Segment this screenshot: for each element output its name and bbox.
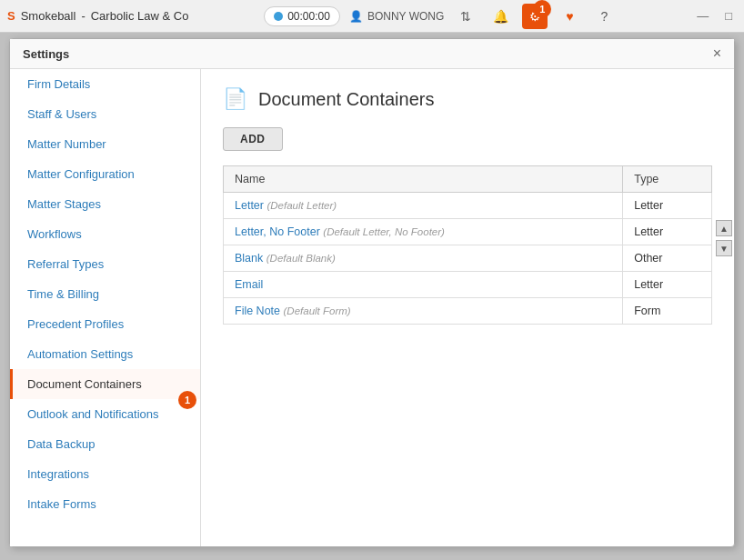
sidebar-item-matter-stages[interactable]: Matter Stages [10,189,200,219]
row-name-link[interactable]: Blank [235,252,263,265]
scroll-down-btn[interactable]: ▼ [716,240,732,256]
settings-dialog: Settings × Firm Details Staff & Users Ma… [9,38,735,547]
dialog-title: Settings [23,47,69,61]
sidebar-item-precedent-profiles[interactable]: Precedent Profiles [10,309,200,339]
row-name-cell: File Note (Default Form) [224,298,623,325]
help-icon-btn[interactable]: ? [591,4,617,29]
sidebar-item-workflows[interactable]: Workflows [10,219,200,249]
table-row: Email Letter [224,272,712,298]
sidebar-item-time-billing[interactable]: Time & Billing [10,279,200,309]
row-name-cell: Email [224,272,623,298]
dialog-body: Firm Details Staff & Users Matter Number… [10,69,734,546]
table-row: Letter, No Footer (Default Letter, No Fo… [224,219,712,245]
timer-label: 00:00:00 [287,10,330,23]
sidebar-item-outlook-notifications[interactable]: Outlook and Notifications [10,399,200,429]
bell-icon-btn[interactable]: 🔔 [488,4,513,29]
page-header: 📄 Document Containers [223,87,712,111]
table-header: Name Type [224,166,712,193]
row-name-cell: Letter, No Footer (Default Letter, No Fo… [224,219,623,245]
titlebar-left: S Smokeball - Carbolic Law & Co [7,9,188,23]
col-name: Name [224,166,623,193]
sidebar-item-automation-settings[interactable]: Automation Settings [10,339,200,369]
user-label: BONNY WONG [367,10,444,23]
sidebar-item-staff-users[interactable]: Staff & Users [10,99,200,129]
gear-badge: 1 [533,0,551,18]
row-name-link[interactable]: Email [235,278,263,291]
timer-badge[interactable]: 00:00:00 [264,6,340,26]
badge-number: 1 [178,391,196,409]
titlebar: S Smokeball - Carbolic Law & Co 00:00:00… [0,0,744,33]
app-title: Smokeball [21,9,76,23]
settings-label: Settings [23,47,69,61]
scroll-up-btn[interactable]: ▲ [716,220,732,236]
row-type-cell: Other [623,245,712,272]
table-row: Blank (Default Blank) Other [224,245,712,272]
settings-sidebar: Firm Details Staff & Users Matter Number… [10,69,201,546]
sidebar-item-referral-types[interactable]: Referral Types [10,249,200,279]
row-name-cell: Blank (Default Blank) [224,245,623,272]
gear-icon-btn[interactable]: ⚙ 1 [522,4,548,29]
row-name-link[interactable]: Letter [235,199,264,212]
sidebar-item-matter-config[interactable]: Matter Configuration [10,159,200,189]
row-default-label: (Default Blank) [266,253,336,264]
firm-name: Carbolic Law & Co [91,9,189,23]
sidebar-item-matter-number[interactable]: Matter Number [10,129,200,159]
row-type-cell: Form [623,298,712,325]
row-default-label: (Default Form) [284,305,351,316]
person-icon: 👤 [349,10,363,23]
main-content: 📄 Document Containers ADD Name Type [201,69,734,546]
row-name-link[interactable]: Letter, No Footer [235,225,320,238]
close-button[interactable]: × [713,46,721,61]
sidebar-item-intake-forms[interactable]: Intake Forms [10,489,200,519]
titlebar-center: 00:00:00 👤 BONNY WONG ⇅ 🔔 ⚙ 1 ♥ ? [264,4,617,29]
page-title: Document Containers [258,89,434,110]
table-row: Letter (Default Letter) Letter [224,193,712,219]
row-type-cell: Letter [623,272,712,298]
table-container: Name Type Letter (Default Letter) Letter [223,165,712,325]
scroll-arrows: ▲ ▼ [716,220,732,256]
col-type: Type [623,166,712,193]
document-icon: 📄 [223,87,247,111]
restore-btn[interactable]: □ [720,7,737,25]
heart-icon-btn[interactable]: ♥ [557,4,582,29]
sidebar-item-integrations[interactable]: Integrations [10,459,200,489]
app-separator: - [81,9,85,23]
table-body: Letter (Default Letter) Letter Letter, N… [224,193,712,325]
app-logo: S [7,9,15,23]
window-controls: — □ [692,7,737,25]
timer-dot [274,12,283,21]
document-containers-table: Name Type Letter (Default Letter) Letter [223,165,712,325]
sync-icon-btn[interactable]: ⇅ [453,4,478,29]
sidebar-item-firm-details[interactable]: Firm Details [10,69,200,99]
sidebar-item-data-backup[interactable]: Data Backup [10,429,200,459]
row-name-cell: Letter (Default Letter) [224,193,623,219]
row-type-cell: Letter [623,219,712,245]
table-row: File Note (Default Form) Form [224,298,712,325]
minimize-btn[interactable]: — [692,7,713,25]
row-default-label: (Default Letter, No Footer) [323,226,445,237]
add-button[interactable]: ADD [223,127,283,151]
row-default-label: (Default Letter) [266,200,337,211]
user-badge: 👤 BONNY WONG [349,10,444,23]
row-name-link[interactable]: File Note [235,305,280,317]
dialog-header: Settings × [10,39,734,69]
sidebar-item-document-containers[interactable]: Document Containers [10,369,200,399]
row-type-cell: Letter [623,193,712,219]
